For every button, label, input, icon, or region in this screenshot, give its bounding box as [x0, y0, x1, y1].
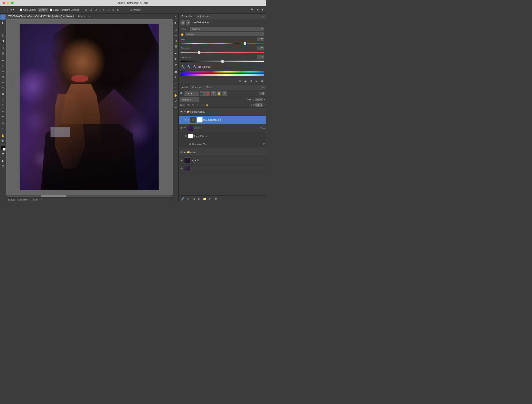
auto-select-checkbox[interactable]: [20, 8, 22, 11]
shape-tool-btn[interactable]: ○: [0, 126, 6, 131]
tab-channels[interactable]: Channels: [190, 85, 204, 90]
layer-visibility-5[interactable]: 👁: [180, 158, 184, 162]
move-tool[interactable]: ✛ ▾: [10, 8, 15, 12]
eyedropper-btn-3[interactable]: 🔧: [192, 65, 197, 69]
new-layer-btn[interactable]: ⊞: [208, 196, 213, 201]
add-adjustment-btn[interactable]: ⊞: [237, 79, 242, 83]
home-button[interactable]: ⌂: [2, 7, 6, 12]
right-clone-btn[interactable]: ⊕: [173, 62, 178, 67]
filter-adj-btn[interactable]: ⭕: [205, 91, 210, 96]
layers-menu-btn[interactable]: ☰: [262, 85, 265, 89]
lock-position-btn[interactable]: ✛: [196, 103, 200, 107]
layer-visibility-bottom[interactable]: 👁: [180, 167, 184, 170]
play-btn[interactable]: ▶: [173, 20, 178, 25]
scrollbar-thumb[interactable]: [41, 195, 66, 197]
path-select-btn[interactable]: ◇: [0, 120, 6, 125]
filter-type-btn[interactable]: T: [211, 91, 216, 96]
distribute4-button[interactable]: ⊡: [116, 8, 120, 12]
link-layers-btn[interactable]: 🔗: [180, 196, 185, 201]
eyedropper-tool-btn[interactable]: ✦: [0, 58, 6, 63]
right-type-btn[interactable]: T: [173, 74, 178, 79]
right-zoom-btn[interactable]: ⊕: [173, 98, 178, 103]
screen-mode-btn[interactable]: ⊡: [0, 164, 6, 169]
right-shape-btn[interactable]: ○: [173, 85, 178, 91]
horizontal-scrollbar[interactable]: [6, 195, 173, 197]
layer-mask-huesat[interactable]: [197, 117, 203, 123]
right-crop-btn[interactable]: ⊟: [173, 44, 178, 49]
maximize-button[interactable]: [11, 2, 14, 4]
preset-dropdown[interactable]: Custom ▾: [190, 27, 264, 31]
layer-expand-extra[interactable]: ▶: [184, 151, 186, 154]
layer-5[interactable]: 👁 Layer 5: [179, 156, 266, 164]
layer-extra[interactable]: 👁 ▶ 📁 extra: [179, 148, 266, 156]
right-more-btn[interactable]: •••: [173, 105, 178, 110]
gradient-tool-btn[interactable]: ▦: [0, 91, 6, 96]
scrollbar-track[interactable]: [7, 195, 172, 197]
lightness-slider[interactable]: [181, 60, 264, 63]
transform-controls-label[interactable]: Show Transform Controls: [49, 8, 80, 12]
filter-kind-dropdown[interactable]: Kind ▾: [184, 91, 199, 96]
hand-tool-btn[interactable]: ✋: [0, 133, 6, 138]
canvas-area[interactable]: [6, 19, 173, 195]
tab-2-close[interactable]: ✕: [83, 15, 86, 18]
layer-visibility-7[interactable]: 👁: [180, 126, 184, 130]
filter-shape-btn[interactable]: 🔒: [216, 91, 221, 96]
colorize-checkbox[interactable]: [198, 66, 201, 68]
lock-all-btn[interactable]: 🔒: [205, 103, 209, 107]
dodge-tool-btn[interactable]: ○: [0, 102, 6, 107]
layer-smart-filters[interactable]: 👁 Smart Filters: [179, 132, 266, 140]
hue-value[interactable]: 270: [257, 38, 264, 41]
eyedropper-btn-1[interactable]: 🔧: [181, 65, 185, 69]
saturation-slider[interactable]: [181, 51, 264, 54]
tab-overflow-button[interactable]: »: [88, 15, 92, 18]
fill-dropdown-arrow[interactable]: ▾: [264, 104, 265, 106]
distribute3-button[interactable]: ⊞: [111, 8, 115, 12]
collapse-icon[interactable]: ▲: [263, 127, 265, 129]
tab-1[interactable]: 2019-05-26–Shannon-Baker–Dolls-Kill3225.…: [6, 14, 74, 19]
lock-artboard-btn[interactable]: ⬛: [201, 103, 204, 107]
layer-expand-7[interactable]: ▼: [184, 126, 186, 130]
layers-list[interactable]: 👁 ▼ 📁 bokeh overlay 👁 f ◑ Hue/Saturation…: [179, 108, 266, 195]
layer-dropdown[interactable]: Layer ▾: [38, 8, 48, 12]
right-brush-btn[interactable]: ✏: [173, 33, 178, 38]
layer-bokeh-overlay[interactable]: 👁 ▼ 📁 bokeh overlay: [179, 108, 266, 116]
chat-btn[interactable]: ◻: [173, 27, 178, 32]
filter-toggle[interactable]: [259, 92, 265, 95]
auto-select-checkbox-label[interactable]: Auto-Select:: [19, 8, 37, 12]
opacity-dropdown-arrow[interactable]: ▾: [264, 98, 265, 101]
eye-adjustment-btn[interactable]: ◉: [243, 79, 248, 83]
filter-pixel-btn[interactable]: 📷: [200, 91, 205, 96]
fill-value[interactable]: 100%: [255, 103, 263, 107]
right-hand-btn[interactable]: ✋: [173, 93, 178, 98]
more-button[interactable]: •••: [124, 8, 128, 12]
smart-object-icon[interactable]: ↺: [260, 126, 262, 129]
quick-mask-btn[interactable]: ◐: [0, 158, 6, 163]
layer-visibility-bokeh[interactable]: 👁: [180, 110, 184, 114]
right-eyedropper-btn[interactable]: ✦: [173, 51, 178, 56]
frame-tool-btn[interactable]: ⊟: [0, 51, 6, 56]
add-adjustment-layer-btn[interactable]: ⊕: [197, 196, 201, 201]
layer-visibility-blur[interactable]: 👁: [188, 142, 192, 146]
layer-visibility-huesat[interactable]: 👁: [184, 118, 188, 122]
layer-expand-bokeh[interactable]: ▼: [184, 110, 186, 113]
reset-btn[interactable]: ↺: [248, 79, 253, 83]
healing-brush-btn[interactable]: ✚: [0, 63, 6, 68]
distribute-button[interactable]: ⊠: [102, 8, 105, 12]
right-gradient-btn[interactable]: ▦: [173, 69, 178, 74]
foreground-color-btn[interactable]: [1, 146, 5, 150]
lock-image-btn[interactable]: ✎: [191, 103, 195, 107]
properties-menu-btn[interactable]: ☰: [262, 14, 265, 18]
window-controls[interactable]: [3, 2, 14, 4]
align-right-button[interactable]: ⊡: [94, 8, 98, 12]
move-tool-btn[interactable]: ✛: [0, 14, 6, 20]
layer-mask-smartfilters[interactable]: [188, 134, 193, 138]
brush-tool-btn[interactable]: ✏: [0, 69, 6, 74]
layer-visibility-smartfilters[interactable]: 👁: [184, 134, 188, 138]
history-brush-btn[interactable]: ↩: [0, 80, 6, 85]
lightness-value[interactable]: 0: [257, 55, 264, 59]
swap-colors-btn[interactable]: ⇄: [0, 151, 6, 156]
layer-visibility-extra[interactable]: 👁: [180, 150, 184, 154]
tab-2[interactable]: bokeh- ✕: [74, 14, 88, 19]
add-mask-btn[interactable]: ◑: [191, 196, 196, 201]
blur-tool-btn[interactable]: ◌: [0, 97, 6, 102]
